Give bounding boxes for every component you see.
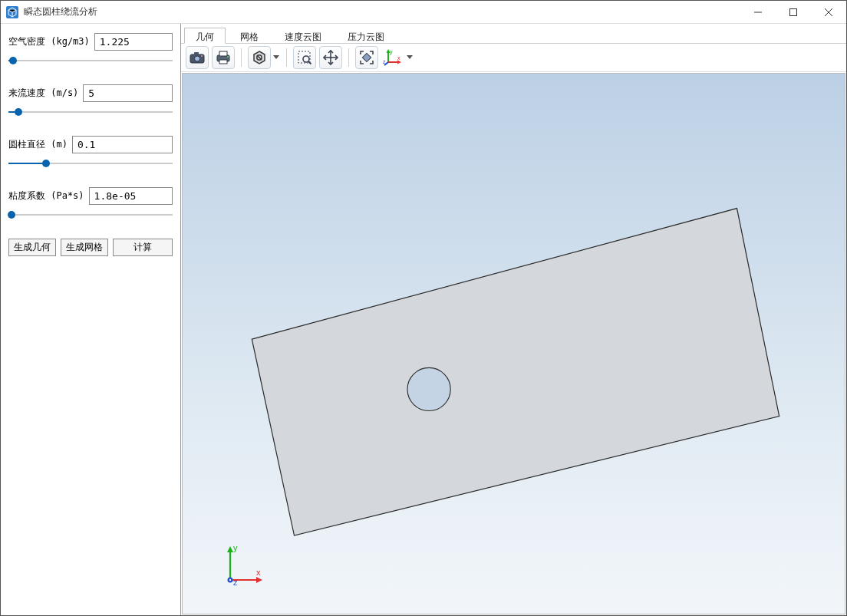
svg-marker-35	[227, 546, 233, 552]
geometry-render	[183, 74, 845, 612]
print-button[interactable]	[212, 46, 235, 69]
tab-velocity[interactable]: 速度云图	[273, 28, 333, 44]
svg-rect-11	[219, 60, 227, 64]
svg-marker-16	[273, 55, 279, 59]
svg-marker-31	[407, 55, 413, 59]
svg-point-39	[229, 579, 231, 581]
diameter-label: 圆柱直径 (m)	[8, 138, 68, 151]
triad-x-label: x	[256, 568, 261, 577]
svg-marker-37	[256, 577, 262, 583]
param-diameter: 圆柱直径 (m)	[8, 136, 173, 169]
axes-icon: y x z	[383, 48, 403, 68]
viscosity-input[interactable]	[89, 187, 173, 205]
view-orientation-dropdown[interactable]	[406, 46, 414, 69]
svg-point-33	[407, 367, 450, 410]
velocity-label: 来流速度 (m/s)	[8, 87, 78, 100]
viewport-3d[interactable]: y x z	[182, 73, 845, 614]
svg-text:y: y	[390, 49, 393, 55]
window-title: 瞬态圆柱绕流分析	[24, 5, 97, 18]
generate-mesh-button[interactable]: 生成网格	[61, 239, 108, 256]
triad-y-label: y	[233, 543, 238, 552]
minimize-button[interactable]	[740, 1, 776, 23]
zoom-area-icon	[296, 49, 313, 66]
svg-rect-6	[194, 52, 199, 55]
svg-rect-2	[790, 8, 797, 15]
svg-point-8	[201, 55, 203, 57]
svg-point-7	[195, 56, 200, 61]
param-velocity: 来流速度 (m/s)	[8, 84, 173, 117]
svg-rect-22	[362, 53, 371, 61]
main-area: 几何 网格 速度云图 压力云图	[181, 24, 846, 615]
fit-icon	[358, 49, 375, 66]
param-viscosity: 粘度系数 (Pa*s)	[8, 187, 173, 220]
camera-icon	[189, 49, 206, 66]
param-density: 空气密度 (kg/m3)	[8, 33, 173, 66]
screenshot-button[interactable]	[186, 46, 209, 69]
svg-marker-32	[252, 209, 779, 535]
representation-button[interactable]	[248, 46, 271, 69]
svg-point-18	[303, 56, 309, 62]
density-input[interactable]	[94, 33, 173, 51]
svg-text:z: z	[383, 59, 386, 64]
representation-dropdown[interactable]	[272, 46, 280, 69]
density-slider[interactable]	[8, 55, 173, 66]
svg-point-12	[227, 56, 229, 58]
viewport-toolbar: y x z	[181, 44, 846, 72]
viscosity-slider[interactable]	[8, 209, 173, 220]
pan-icon	[322, 49, 339, 66]
zoom-area-button[interactable]	[293, 46, 316, 69]
title-bar: 瞬态圆柱绕流分析	[1, 1, 846, 24]
tab-pressure[interactable]: 压力云图	[336, 28, 396, 44]
generate-geometry-button[interactable]: 生成几何	[8, 239, 56, 256]
density-label: 空气密度 (kg/m3)	[8, 35, 90, 48]
maximize-button[interactable]	[776, 1, 811, 23]
svg-line-19	[308, 61, 311, 64]
parameter-panel: 空气密度 (kg/m3) 来流速度 (m/s) 圆柱直径 (m)	[1, 24, 181, 615]
diameter-input[interactable]	[72, 136, 173, 153]
tab-mesh[interactable]: 网格	[229, 28, 270, 44]
orientation-triad: y x z	[212, 537, 265, 591]
compute-button[interactable]: 计算	[113, 239, 173, 256]
triad-z-label: z	[233, 578, 238, 587]
close-button[interactable]	[811, 1, 846, 23]
app-icon	[5, 5, 19, 19]
view-orientation-button[interactable]: y x z	[381, 46, 404, 69]
view-tabs: 几何 网格 速度云图 压力云图	[181, 27, 846, 44]
svg-rect-10	[219, 51, 227, 56]
diameter-slider[interactable]	[8, 158, 173, 169]
velocity-input[interactable]	[83, 84, 173, 102]
fit-view-button[interactable]	[355, 46, 378, 69]
pan-button[interactable]	[319, 46, 342, 69]
viscosity-label: 粘度系数 (Pa*s)	[8, 189, 84, 203]
svg-marker-27	[397, 61, 401, 64]
svg-text:x: x	[397, 55, 400, 61]
printer-icon	[215, 49, 232, 66]
hex-icon	[251, 49, 268, 66]
velocity-slider[interactable]	[8, 107, 173, 117]
tab-geometry[interactable]: 几何	[184, 28, 226, 44]
